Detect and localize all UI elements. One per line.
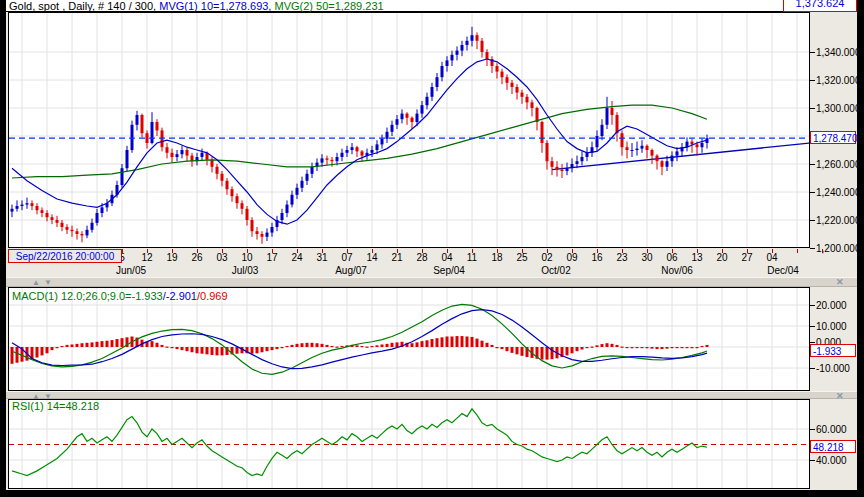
candle-body — [16, 206, 19, 209]
candle-body — [501, 72, 504, 78]
candle-body — [296, 188, 299, 195]
candle-body — [131, 125, 134, 150]
macd-histogram-bar — [546, 347, 549, 360]
macd-histogram-bar — [81, 343, 84, 347]
macd-histogram-bar — [326, 345, 329, 347]
trendline — [552, 143, 809, 170]
macd-histogram-bar — [456, 336, 459, 347]
macd-histogram-bar — [381, 344, 384, 347]
candle-body — [656, 156, 659, 162]
macd-histogram-bar — [191, 347, 194, 352]
week-day-label: 26 — [191, 252, 202, 263]
candle-body — [346, 150, 349, 153]
macd-histogram-bar — [591, 347, 594, 348]
candle-body — [586, 153, 589, 157]
candlestick-chart-canvas — [9, 13, 809, 247]
candle-body — [306, 174, 309, 181]
candle-body — [216, 167, 219, 174]
month-label: Dec/04 — [767, 265, 799, 276]
week-day-label: 23 — [616, 252, 627, 263]
macd-histogram-bar — [641, 347, 644, 348]
collapse-up-icon[interactable]: ▲ — [32, 279, 40, 287]
month-label: Oct/02 — [541, 265, 570, 276]
candle-body — [176, 154, 179, 157]
candle-body — [96, 213, 99, 223]
close-macd-icon[interactable]: ✕ — [836, 278, 844, 287]
macd-histogram-bar — [586, 347, 589, 348]
macd-histogram-bar — [376, 345, 379, 347]
macd-histogram-bar — [161, 345, 164, 347]
candle-body — [486, 52, 489, 59]
price-axis-label: 1,320.000 — [816, 75, 860, 86]
macd-histogram-bar — [86, 343, 89, 347]
candle-body — [351, 147, 354, 150]
close-rsi-icon[interactable]: ✕ — [836, 392, 844, 401]
candle-body — [36, 206, 39, 210]
candle-body — [226, 181, 229, 189]
price-axis-label: 1,300.000 — [816, 103, 860, 114]
week-day-label: 13 — [691, 252, 702, 263]
candle-body — [61, 223, 64, 227]
macd-histogram-bar — [51, 347, 54, 350]
candle-body — [26, 203, 29, 204]
macd-histogram-bar — [701, 346, 704, 347]
candle-body — [46, 213, 49, 217]
candle-body — [331, 160, 334, 161]
macd-histogram-bar — [301, 343, 304, 347]
candle-body — [541, 122, 544, 143]
rsi-current-value-box: 48.218 — [810, 440, 856, 453]
week-day-label: 09 — [566, 252, 577, 263]
candle-body — [566, 168, 569, 171]
week-day-label: 10 — [241, 252, 252, 263]
macd-histogram-bar — [471, 337, 474, 347]
macd-plot[interactable] — [8, 287, 810, 391]
macd-histogram-bar — [151, 341, 154, 347]
main-price-plot[interactable] — [8, 12, 810, 248]
macd-axis-tick — [810, 305, 815, 306]
month-label: Sep/04 — [433, 265, 465, 276]
macd-histogram-bar — [61, 346, 64, 347]
week-day-label: 19 — [166, 252, 177, 263]
macd-axis-tick — [810, 326, 815, 327]
candle-body — [416, 114, 419, 122]
macd-histogram-bar — [511, 347, 514, 353]
candle-body — [476, 35, 479, 41]
macd-histogram-bar — [166, 347, 169, 348]
rsi-plot[interactable] — [8, 399, 810, 489]
candle-body — [601, 125, 604, 136]
candle-body — [386, 132, 389, 139]
week-day-label: 25 — [516, 252, 527, 263]
macd-histogram-bar — [96, 342, 99, 347]
candle-body — [571, 164, 574, 168]
candle-body — [516, 87, 519, 93]
high-price-box: 1,373.624 — [783, 0, 857, 12]
week-day-label: 12 — [141, 252, 152, 263]
macd-histogram-bar — [396, 342, 399, 347]
candle-body — [611, 108, 614, 115]
macd-histogram-bar — [46, 347, 49, 353]
candle-body — [241, 203, 244, 209]
candle-body — [281, 213, 284, 220]
symbol-info-label: Gold, spot , Daily, # 140 / 300, — [9, 0, 159, 12]
macd-histogram-bar — [331, 346, 334, 347]
mvg10-line — [12, 59, 707, 224]
macd-histogram-bar — [336, 347, 339, 348]
candle-body — [266, 233, 269, 237]
candle-body — [236, 196, 239, 203]
candle-body — [166, 147, 169, 153]
chart-header-bar: Gold, spot , Daily, # 140 / 300, MVG(1) … — [6, 0, 857, 12]
macd-histogram-bar — [201, 347, 204, 354]
macd-histogram-bar — [391, 343, 394, 347]
current-price-box: 1,278.470 — [810, 131, 856, 144]
panel-separator-macd[interactable]: ▲ ▼ ✕ — [6, 277, 857, 287]
panel-separator-rsi[interactable]: ▲ ▼ ✕ — [6, 391, 857, 399]
macd-histogram-bar — [486, 343, 489, 347]
macd-histogram-bar — [646, 347, 649, 348]
macd-histogram-bar — [651, 347, 654, 349]
macd-histogram-bar — [671, 347, 674, 348]
price-axis-label: 1,340.000 — [816, 47, 860, 58]
macd-histogram-bar — [371, 346, 374, 347]
rsi-indicator-label: RSI(1) 14=48.218 — [12, 400, 99, 412]
macd-histogram-bar — [276, 347, 279, 349]
collapse-down-icon[interactable]: ▼ — [44, 279, 52, 287]
